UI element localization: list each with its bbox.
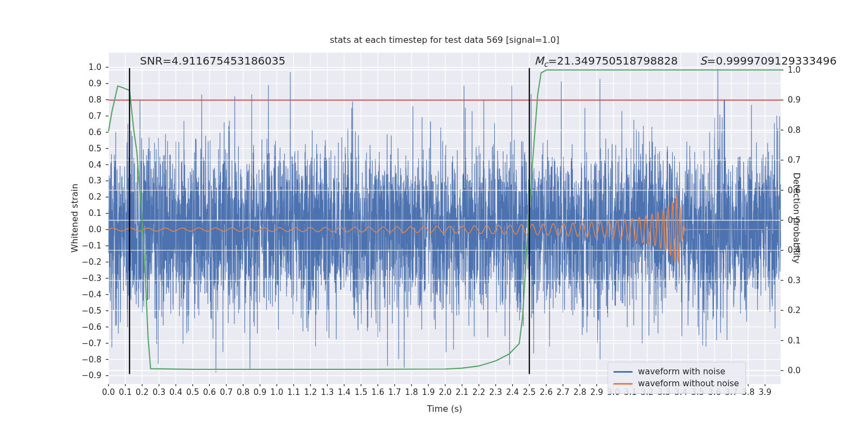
legend-swatch-blue	[614, 371, 633, 373]
y-left-tick-label: −0.1	[71, 241, 101, 251]
y-left-tick-label: −0.7	[71, 339, 101, 348]
x-tick-label: 3.9	[753, 387, 777, 397]
y-right-tick-label: 1.0	[788, 65, 818, 75]
plot-title: stats at each timestep for test data 569…	[108, 35, 781, 45]
y-left-tick-label: 0.0	[71, 225, 101, 234]
y-left-tick-label: 0.5	[71, 144, 101, 154]
y-right-tick-label: 0.7	[788, 155, 818, 165]
y-right-tick-label: 0.1	[788, 336, 818, 346]
y-right-tick-label: 0.4	[788, 245, 818, 255]
y-left-tick-label: 0.2	[71, 192, 101, 202]
y-right-tick-label: 0.9	[788, 95, 818, 105]
y-right-tick-label: 0.6	[788, 186, 818, 195]
y-left-tick-label: −0.6	[71, 322, 101, 332]
mc-subscript: c	[544, 60, 548, 68]
x-axis-label: Time (s)	[108, 404, 781, 414]
s-symbol: S	[700, 54, 707, 67]
legend-label: waveform without noise	[638, 379, 739, 388]
y-left-tick-label: 0.9	[71, 79, 101, 88]
y-left-tick-label: −0.3	[71, 273, 101, 283]
y-right-tick-label: 0.5	[788, 215, 818, 225]
y-left-tick-label: 0.3	[71, 176, 101, 186]
mc-symbol: M	[534, 54, 544, 67]
legend-row-clean: waveform without noise	[614, 378, 739, 390]
y-left-tick-label: 0.4	[71, 160, 101, 170]
y-left-tick-label: 0.8	[71, 95, 101, 105]
y-right-tick-label: 0.3	[788, 276, 818, 285]
y-left-tick-label: −0.2	[71, 257, 101, 267]
y-left-tick-label: −0.4	[71, 290, 101, 299]
y-left-tick-label: 1.0	[71, 62, 101, 72]
y-right-tick-label: 0.2	[788, 305, 818, 315]
legend-row-noise: waveform with noise	[614, 366, 739, 378]
legend: waveform with noise waveform without noi…	[608, 362, 746, 394]
chirp-mass-annotation: Mc=21.349750518798828	[534, 54, 678, 68]
mc-value: =21.349750518798828	[548, 54, 678, 67]
y-left-tick-label: 0.6	[71, 127, 101, 137]
legend-swatch-orange	[614, 383, 633, 385]
y-left-tick-label: −0.8	[71, 355, 101, 365]
y-left-tick-label: −0.5	[71, 306, 101, 316]
y-left-tick-label: 0.7	[71, 111, 101, 121]
y-left-tick-label: −0.9	[71, 371, 101, 380]
figure: stats at each timestep for test data 569…	[0, 0, 868, 434]
y-right-tick-label: 0.0	[788, 366, 818, 375]
snr-symbol: SNR	[140, 54, 163, 67]
snr-annotation: SNR=4.911675453186035	[140, 54, 285, 67]
legend-label: waveform with noise	[638, 367, 725, 376]
y-right-tick-label: 0.8	[788, 125, 818, 135]
snr-value: =4.911675453186035	[163, 54, 286, 67]
y-left-tick-label: 0.1	[71, 208, 101, 218]
